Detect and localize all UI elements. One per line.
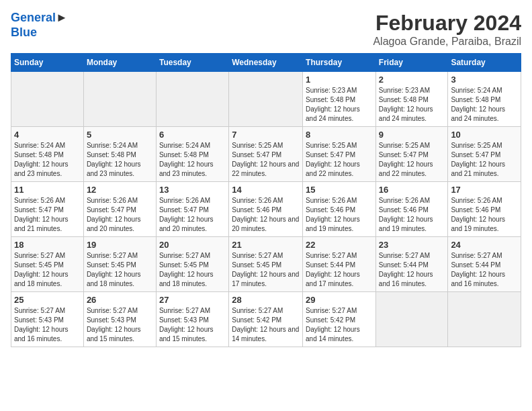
day-number: 6 xyxy=(159,130,226,140)
day-header-wednesday: Wednesday xyxy=(229,54,303,72)
calendar-week-row: 25Sunrise: 5:27 AMSunset: 5:43 PMDayligh… xyxy=(11,292,521,347)
day-info: Sunrise: 5:26 AMSunset: 5:46 PMDaylight:… xyxy=(451,196,518,234)
calendar-cell: 25Sunrise: 5:27 AMSunset: 5:43 PMDayligh… xyxy=(11,292,84,347)
day-info: Sunrise: 5:23 AMSunset: 5:48 PMDaylight:… xyxy=(306,86,373,124)
calendar-cell: 10Sunrise: 5:25 AMSunset: 5:47 PMDayligh… xyxy=(448,127,521,182)
day-number: 22 xyxy=(306,240,373,250)
calendar-cell: 9Sunrise: 5:25 AMSunset: 5:47 PMDaylight… xyxy=(375,127,448,182)
calendar-week-row: 1Sunrise: 5:23 AMSunset: 5:48 PMDaylight… xyxy=(11,72,521,127)
calendar-cell: 24Sunrise: 5:27 AMSunset: 5:44 PMDayligh… xyxy=(448,237,521,292)
calendar-cell: 22Sunrise: 5:27 AMSunset: 5:44 PMDayligh… xyxy=(303,237,376,292)
day-info: Sunrise: 5:27 AMSunset: 5:44 PMDaylight:… xyxy=(451,251,518,289)
day-number: 25 xyxy=(14,295,81,305)
calendar-week-row: 11Sunrise: 5:26 AMSunset: 5:47 PMDayligh… xyxy=(11,182,521,237)
day-number: 9 xyxy=(379,130,445,140)
calendar-cell: 16Sunrise: 5:26 AMSunset: 5:46 PMDayligh… xyxy=(375,182,448,237)
day-header-friday: Friday xyxy=(375,54,448,72)
day-number: 27 xyxy=(159,295,226,305)
calendar-table: SundayMondayTuesdayWednesdayThursdayFrid… xyxy=(11,53,521,347)
day-info: Sunrise: 5:27 AMSunset: 5:43 PMDaylight:… xyxy=(159,306,226,344)
day-number: 26 xyxy=(87,295,153,305)
day-info: Sunrise: 5:24 AMSunset: 5:48 PMDaylight:… xyxy=(159,141,226,179)
day-info: Sunrise: 5:24 AMSunset: 5:48 PMDaylight:… xyxy=(87,141,153,179)
day-info: Sunrise: 5:25 AMSunset: 5:47 PMDaylight:… xyxy=(451,141,518,179)
day-number: 21 xyxy=(232,240,300,250)
calendar-cell: 18Sunrise: 5:27 AMSunset: 5:45 PMDayligh… xyxy=(11,237,84,292)
day-info: Sunrise: 5:24 AMSunset: 5:48 PMDaylight:… xyxy=(451,86,518,124)
day-number: 23 xyxy=(379,240,445,250)
calendar-cell: 20Sunrise: 5:27 AMSunset: 5:45 PMDayligh… xyxy=(156,237,228,292)
day-number: 18 xyxy=(14,240,81,250)
calendar-cell: 12Sunrise: 5:26 AMSunset: 5:47 PMDayligh… xyxy=(83,182,156,237)
day-info: Sunrise: 5:27 AMSunset: 5:45 PMDaylight:… xyxy=(159,251,226,289)
day-info: Sunrise: 5:27 AMSunset: 5:42 PMDaylight:… xyxy=(306,306,373,344)
calendar-week-row: 18Sunrise: 5:27 AMSunset: 5:45 PMDayligh… xyxy=(11,237,521,292)
day-number: 4 xyxy=(14,130,81,140)
calendar-cell: 29Sunrise: 5:27 AMSunset: 5:42 PMDayligh… xyxy=(303,292,376,347)
calendar-cell: 8Sunrise: 5:25 AMSunset: 5:47 PMDaylight… xyxy=(303,127,376,182)
day-header-saturday: Saturday xyxy=(448,54,521,72)
day-number: 20 xyxy=(159,240,226,250)
day-info: Sunrise: 5:26 AMSunset: 5:47 PMDaylight:… xyxy=(87,196,153,234)
calendar-cell: 2Sunrise: 5:23 AMSunset: 5:48 PMDaylight… xyxy=(375,72,448,127)
day-number: 17 xyxy=(451,185,518,195)
day-info: Sunrise: 5:27 AMSunset: 5:43 PMDaylight:… xyxy=(14,306,81,344)
calendar-cell xyxy=(229,72,303,127)
day-info: Sunrise: 5:23 AMSunset: 5:48 PMDaylight:… xyxy=(379,86,445,124)
day-info: Sunrise: 5:27 AMSunset: 5:43 PMDaylight:… xyxy=(87,306,153,344)
day-info: Sunrise: 5:25 AMSunset: 5:47 PMDaylight:… xyxy=(232,141,300,179)
calendar-week-row: 4Sunrise: 5:24 AMSunset: 5:48 PMDaylight… xyxy=(11,127,521,182)
page-header: General►Blue February 2024 Alagoa Grande… xyxy=(11,11,521,48)
day-number: 28 xyxy=(232,295,300,305)
calendar-cell xyxy=(156,72,228,127)
calendar-cell xyxy=(375,292,448,347)
calendar-body: 1Sunrise: 5:23 AMSunset: 5:48 PMDaylight… xyxy=(11,72,521,347)
calendar-cell: 11Sunrise: 5:26 AMSunset: 5:47 PMDayligh… xyxy=(11,182,84,237)
calendar-cell: 6Sunrise: 5:24 AMSunset: 5:48 PMDaylight… xyxy=(156,127,228,182)
day-number: 10 xyxy=(451,130,518,140)
day-number: 7 xyxy=(232,130,300,140)
calendar-cell: 3Sunrise: 5:24 AMSunset: 5:48 PMDaylight… xyxy=(448,72,521,127)
day-number: 5 xyxy=(87,130,153,140)
day-info: Sunrise: 5:27 AMSunset: 5:44 PMDaylight:… xyxy=(306,251,373,289)
day-info: Sunrise: 5:27 AMSunset: 5:42 PMDaylight:… xyxy=(232,306,300,344)
day-number: 19 xyxy=(87,240,153,250)
day-header-tuesday: Tuesday xyxy=(156,54,228,72)
calendar-cell: 17Sunrise: 5:26 AMSunset: 5:46 PMDayligh… xyxy=(448,182,521,237)
calendar-cell xyxy=(448,292,521,347)
day-number: 8 xyxy=(306,130,373,140)
day-info: Sunrise: 5:26 AMSunset: 5:47 PMDaylight:… xyxy=(159,196,226,234)
calendar-cell: 1Sunrise: 5:23 AMSunset: 5:48 PMDaylight… xyxy=(303,72,376,127)
calendar-cell: 19Sunrise: 5:27 AMSunset: 5:45 PMDayligh… xyxy=(83,237,156,292)
day-info: Sunrise: 5:27 AMSunset: 5:45 PMDaylight:… xyxy=(14,251,81,289)
main-title: February 2024 xyxy=(373,11,521,36)
day-info: Sunrise: 5:26 AMSunset: 5:46 PMDaylight:… xyxy=(379,196,445,234)
day-info: Sunrise: 5:25 AMSunset: 5:47 PMDaylight:… xyxy=(306,141,373,179)
subtitle: Alagoa Grande, Paraiba, Brazil xyxy=(373,36,521,48)
day-number: 29 xyxy=(306,295,373,305)
day-header-thursday: Thursday xyxy=(303,54,376,72)
calendar-cell: 14Sunrise: 5:26 AMSunset: 5:46 PMDayligh… xyxy=(229,182,303,237)
calendar-cell: 5Sunrise: 5:24 AMSunset: 5:48 PMDaylight… xyxy=(83,127,156,182)
day-header-sunday: Sunday xyxy=(11,54,84,72)
day-info: Sunrise: 5:26 AMSunset: 5:46 PMDaylight:… xyxy=(306,196,373,234)
calendar-cell: 26Sunrise: 5:27 AMSunset: 5:43 PMDayligh… xyxy=(83,292,156,347)
day-number: 13 xyxy=(159,185,226,195)
day-number: 24 xyxy=(451,240,518,250)
day-info: Sunrise: 5:26 AMSunset: 5:47 PMDaylight:… xyxy=(14,196,81,234)
day-info: Sunrise: 5:27 AMSunset: 5:44 PMDaylight:… xyxy=(379,251,445,289)
day-number: 3 xyxy=(451,75,518,85)
calendar-cell: 28Sunrise: 5:27 AMSunset: 5:42 PMDayligh… xyxy=(229,292,303,347)
title-area: February 2024 Alagoa Grande, Paraiba, Br… xyxy=(373,11,521,48)
day-info: Sunrise: 5:24 AMSunset: 5:48 PMDaylight:… xyxy=(14,141,81,179)
day-info: Sunrise: 5:25 AMSunset: 5:47 PMDaylight:… xyxy=(379,141,445,179)
day-info: Sunrise: 5:27 AMSunset: 5:45 PMDaylight:… xyxy=(87,251,153,289)
day-info: Sunrise: 5:27 AMSunset: 5:45 PMDaylight:… xyxy=(232,251,300,289)
day-number: 11 xyxy=(14,185,81,195)
calendar-cell: 15Sunrise: 5:26 AMSunset: 5:46 PMDayligh… xyxy=(303,182,376,237)
day-number: 15 xyxy=(306,185,373,195)
day-number: 16 xyxy=(379,185,445,195)
calendar-cell: 7Sunrise: 5:25 AMSunset: 5:47 PMDaylight… xyxy=(229,127,303,182)
logo: General►Blue xyxy=(11,11,68,40)
calendar-cell: 23Sunrise: 5:27 AMSunset: 5:44 PMDayligh… xyxy=(375,237,448,292)
